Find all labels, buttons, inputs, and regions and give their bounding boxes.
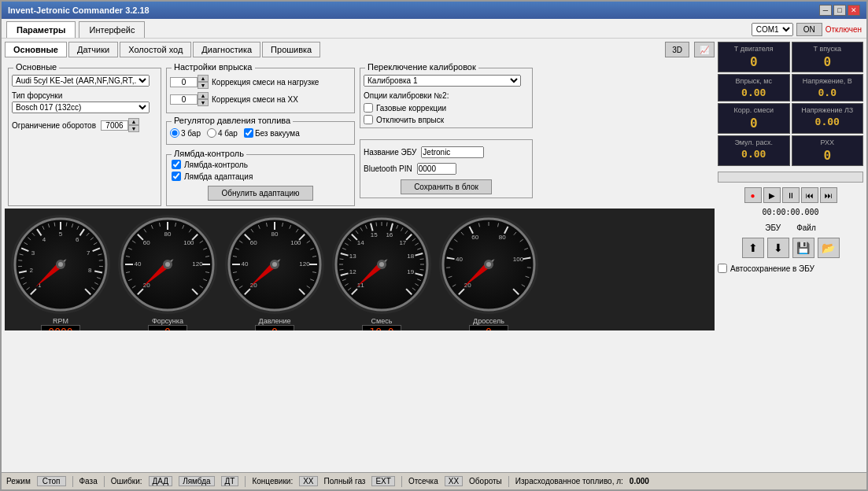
gauge-lambda-v-value: 0.00: [795, 116, 861, 127]
calibration-group-label: Переключение калибровок: [365, 62, 478, 72]
gauge-rxx: РХХ 0: [792, 135, 864, 166]
dial-throttle-label: Дроссель: [473, 317, 504, 325]
disable-inject-label: Отключить впрыск: [376, 116, 444, 124]
engine-model-select[interactable]: Audi 5cyl KE-Jet (AAR,NF,NG,RT,...: [12, 75, 150, 87]
upload-btn[interactable]: ⬆: [742, 238, 764, 258]
injector-model-select[interactable]: Bosch 017 (132cc): [12, 102, 150, 113]
calibration-select[interactable]: Калибровка 1 Калибровка 2: [364, 75, 521, 87]
gauge-t-intake-title: Т впуска: [795, 45, 861, 53]
corr-load-down[interactable]: ▼: [198, 82, 209, 89]
tab-flash[interactable]: Прошивка: [262, 42, 320, 57]
radio-3bar[interactable]: [170, 128, 179, 138]
gauge-mix-corr: Корр. смеси 0: [718, 103, 790, 134]
dial-rpm: RPM 0000: [9, 213, 112, 326]
download-btn[interactable]: ⬇: [767, 238, 789, 258]
ecu-label: ЭБУ: [765, 223, 781, 232]
mode-value: Стоп: [37, 476, 66, 486]
dial-mix-label: Смесь: [371, 317, 393, 325]
gauge-rxx-value: 0: [795, 148, 861, 163]
autosave-label: Автосохранение в ЭБУ: [730, 264, 814, 273]
calibration-group: Переключение калибровок Калибровка 1 Кал…: [360, 68, 533, 128]
reset-adapt-btn[interactable]: Обнулить адаптацию: [208, 186, 312, 201]
record-btn[interactable]: ●: [744, 187, 762, 203]
errors-lambda: Лямбда: [179, 476, 214, 486]
gauges-container: RPM 0000 Форсунка 0 Давление 0: [5, 209, 715, 330]
corr-load-up[interactable]: ▲: [198, 75, 209, 82]
tab-basic[interactable]: Основные: [5, 42, 67, 57]
next-btn[interactable]: ⏭: [820, 187, 837, 203]
rpm-limit-input[interactable]: [101, 120, 128, 131]
checkbox-lambda-ctrl[interactable]: [172, 160, 181, 169]
mode-label: Режим: [6, 477, 31, 485]
statusbar: Режим Стоп Фаза Ошибки: ДАД Лямбда ДТ Ко…: [2, 472, 866, 489]
checkbox-lambda-adapt[interactable]: [172, 172, 181, 181]
correction-load-input[interactable]: [170, 77, 198, 87]
titlebar: Invent-Jetronic Commander 3.2.18 ─ □ ✕: [2, 2, 866, 19]
gauge-voltage-value: 0.0: [795, 87, 861, 98]
tab-params[interactable]: Параметры: [6, 21, 76, 38]
graph-btn[interactable]: 📈: [694, 42, 715, 57]
gauge-mix-corr-title: Корр. смеси: [721, 106, 787, 114]
fuel-value: 0.000: [630, 477, 649, 485]
com-port-select[interactable]: COM1 COM2 COM3: [752, 23, 793, 36]
dial-injector-canvas: [116, 213, 219, 316]
connection-status: Отключен: [826, 25, 862, 34]
calib-opt2-label: Опции калибровки №2:: [364, 91, 529, 100]
gauge-t-intake: Т впуска 0: [792, 42, 864, 72]
correction-idle-input[interactable]: [170, 94, 198, 105]
tab-diag[interactable]: Диагностика: [193, 42, 260, 57]
ecu-settings-group: Название ЭБУ Bluetooth PIN Сохранить в б…: [360, 139, 533, 198]
prev-btn[interactable]: ⏮: [801, 187, 818, 203]
errors-dad: ДАД: [149, 476, 173, 486]
tab-sensors[interactable]: Датчики: [68, 42, 118, 57]
dial-mix-canvas: [331, 213, 433, 316]
bt-pin-input[interactable]: [417, 163, 456, 175]
rpm-down-btn[interactable]: ▼: [128, 125, 139, 132]
limits-label: Концевики:: [252, 477, 293, 485]
checkbox-disable-inject[interactable]: [364, 115, 373, 124]
checkbox-gas-corr[interactable]: [364, 103, 373, 113]
gauge-t-engine: Т двигателя 0: [718, 42, 790, 72]
sub-tabs: Основные Датчики Холостой ход Диагностик…: [5, 42, 715, 57]
play-btn[interactable]: ▶: [763, 187, 781, 203]
progress-bar: [718, 172, 863, 183]
pause-btn[interactable]: ⏸: [782, 187, 800, 203]
correction-load-label: Коррекция смеси на нагрузке: [212, 78, 319, 87]
dial-throttle-value: 0: [469, 325, 508, 330]
radio-4bar[interactable]: [207, 128, 216, 138]
injector-type-label: Тип форсунки: [12, 91, 157, 100]
errors-label: Ошибки:: [111, 477, 142, 485]
save-to-ecu-btn[interactable]: Сохранить в блок: [401, 179, 492, 194]
ecu-name-label: Название ЭБУ: [364, 148, 416, 157]
correction-idle-label: Коррекция смеси на ХХ: [212, 95, 298, 104]
corr-idle-up[interactable]: ▲: [198, 92, 209, 99]
dial-pressure-canvas: [223, 213, 326, 316]
ecu-name-input[interactable]: [421, 146, 484, 158]
transport-controls: ● ▶ ⏸ ⏮ ⏭: [718, 187, 863, 203]
gauge-t-engine-value: 0: [721, 54, 787, 69]
inject-group: Настройки впрыска ▲ ▼ Коррекция смеси: [166, 68, 355, 113]
restore-btn[interactable]: □: [833, 5, 846, 16]
tab-idle[interactable]: Холостой ход: [120, 42, 191, 57]
close-btn[interactable]: ✕: [848, 5, 860, 16]
gauge-emul-title: Эмул. расх.: [721, 138, 787, 146]
autosave-checkbox[interactable]: [718, 264, 727, 273]
tab-iface[interactable]: Интерфейс: [79, 21, 145, 38]
lambda-ctrl-label: Лямбда-контроль: [184, 161, 248, 169]
open-btn[interactable]: 📂: [818, 238, 840, 258]
bt-pin-label: Bluetooth PIN: [364, 164, 412, 173]
fuel-reg-group: Регулятор давления топлива 3 бар 4 бар Б…: [166, 121, 355, 145]
gauge-inject-ms: Впрыск, мс 0.00: [718, 74, 790, 102]
corr-idle-down[interactable]: ▼: [198, 99, 209, 106]
checkbox-novac[interactable]: [244, 128, 253, 138]
dial-pressure: Давление 0: [223, 213, 326, 326]
label-4bar: 4 бар: [218, 129, 238, 138]
gauge-grid: Т двигателя 0 Т впуска 0 Впрыск, мс 0.00…: [718, 42, 863, 166]
save-btn[interactable]: 💾: [792, 238, 814, 258]
gauge-inject-ms-title: Впрыск, мс: [721, 77, 787, 85]
btn-3d[interactable]: 3D: [665, 42, 689, 57]
rpm-up-btn[interactable]: ▲: [128, 118, 139, 125]
connect-btn[interactable]: ON: [796, 23, 822, 36]
minimize-btn[interactable]: ─: [819, 5, 832, 16]
gauge-t-engine-title: Т двигателя: [721, 45, 787, 53]
